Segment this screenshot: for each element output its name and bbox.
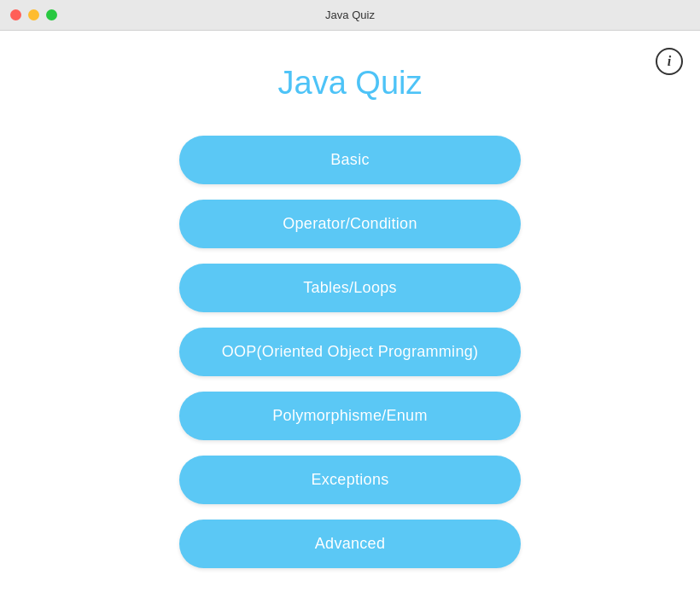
quiz-button-oop[interactable]: OOP(Oriented Object Programming) bbox=[179, 328, 521, 376]
quiz-button-polymorphisme-enum[interactable]: Polymorphisme/Enum bbox=[179, 392, 521, 440]
quiz-button-tables-loops[interactable]: Tables/Loops bbox=[179, 264, 521, 312]
quiz-buttons-container: BasicOperator/ConditionTables/LoopsOOP(O… bbox=[17, 136, 683, 568]
window-title: Java Quiz bbox=[325, 9, 375, 21]
quiz-button-advanced[interactable]: Advanced bbox=[179, 520, 521, 568]
maximize-button[interactable] bbox=[46, 9, 57, 20]
quiz-button-basic[interactable]: Basic bbox=[179, 136, 521, 184]
quiz-button-exceptions[interactable]: Exceptions bbox=[179, 456, 521, 504]
minimize-button[interactable] bbox=[28, 9, 39, 20]
info-button[interactable]: i bbox=[656, 48, 683, 75]
info-icon: i bbox=[668, 54, 671, 69]
main-content: i Java Quiz BasicOperator/ConditionTable… bbox=[0, 31, 700, 604]
title-bar: Java Quiz bbox=[0, 0, 700, 31]
close-button[interactable] bbox=[10, 9, 21, 20]
title-bar-buttons bbox=[10, 9, 57, 20]
quiz-button-operator-condition[interactable]: Operator/Condition bbox=[179, 200, 521, 248]
app-title: Java Quiz bbox=[278, 65, 423, 102]
